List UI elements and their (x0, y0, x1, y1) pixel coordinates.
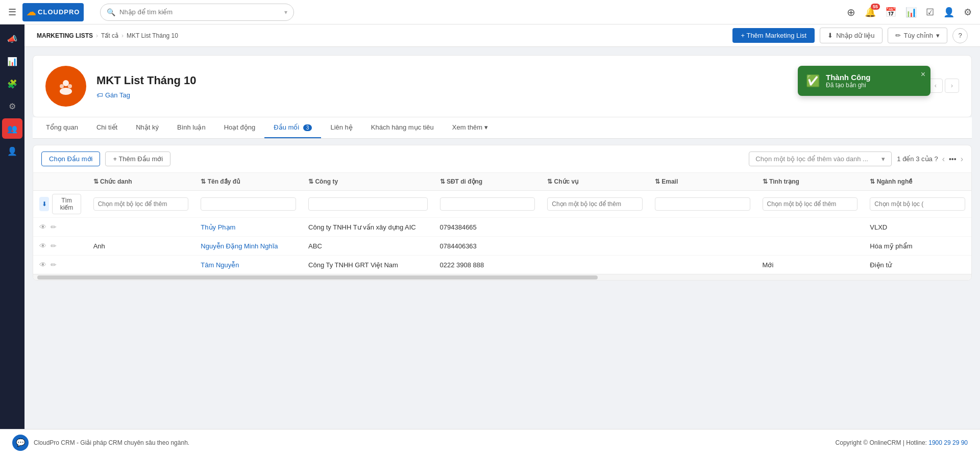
search-sdt-input[interactable] (440, 197, 535, 211)
row2-ten: Nguyễn Đặng Minh Nghĩa (194, 237, 302, 256)
notification-badge: 55 (871, 4, 880, 10)
row2-chuc-danh: Anh (87, 237, 195, 256)
search-email-input[interactable] (655, 197, 750, 211)
sidebar-item-megaphone[interactable]: 📣 (2, 29, 22, 49)
table-row: 👁 ✏ Tâm Nguyễn Công Ty TNHH GRT Việt Nam… (33, 256, 971, 274)
import-data-button[interactable]: ⬇ Nhập dữ liệu (820, 28, 882, 43)
view-icon-row2[interactable]: 👁 (39, 242, 46, 250)
tab-khach-hang[interactable]: Khách hàng mục tiêu (362, 117, 443, 138)
tab-nhat-ky[interactable]: Nhật ký (127, 117, 168, 138)
col-tinh-trang[interactable]: ⇅ Tình trạng (756, 173, 864, 191)
view-icon-row1[interactable]: 👁 (39, 223, 46, 231)
edit-icon-row3[interactable]: ✏ (51, 261, 57, 269)
search-chuc-vu-input[interactable] (547, 197, 643, 211)
search-sdt-cell (434, 191, 542, 218)
add-marketing-list-button[interactable]: + Thêm Marketing List (732, 28, 815, 43)
more-pages-button[interactable]: ••• (949, 155, 957, 163)
toast-title: Thành Công (826, 73, 870, 82)
tasks-icon[interactable]: ☑ (926, 7, 934, 18)
tab-hoat-dong[interactable]: Hoạt động (215, 117, 265, 138)
tag-label[interactable]: 🏷 Gán Tag (96, 91, 197, 99)
filter-dropdown[interactable]: Chọn một bộ lọc để thêm vào danh ... ▾ (749, 151, 892, 166)
breadcrumb-level1[interactable]: Tất cả (101, 32, 118, 39)
tab-tong-quan-label: Tổng quan (46, 123, 78, 131)
sidebar-item-cog[interactable]: ⚙ (2, 96, 22, 116)
dau-moi-badge: 3 (303, 124, 312, 131)
select-dau-moi-button[interactable]: Chọn Đầu mới (41, 151, 100, 166)
customize-button[interactable]: ✏ Tùy chỉnh ▾ (888, 28, 947, 43)
tab-binh-luan-label: Bình luận (177, 123, 206, 131)
col-chuc-vu[interactable]: ⇅ Chức vụ (541, 173, 649, 191)
hamburger-menu[interactable]: ☰ (8, 7, 16, 18)
tag-icon: 🏷 (96, 91, 103, 99)
search-chuc-danh-input[interactable] (93, 197, 189, 211)
search-cong-ty-input[interactable] (308, 197, 427, 211)
row3-ten: Tâm Nguyễn (194, 256, 302, 274)
col-email[interactable]: ⇅ Email (649, 173, 756, 191)
toast-subtitle: Đã tạo bản ghi (826, 82, 870, 89)
search-button[interactable]: Tìm kiếm (52, 194, 81, 214)
notification-icon[interactable]: 🔔 55 (865, 7, 876, 18)
row2-email (649, 237, 756, 256)
help-button[interactable]: ? (952, 28, 968, 43)
col-nganh-nghe[interactable]: ⇅ Ngành nghề (864, 173, 971, 191)
logo-image: ☁ CLOUDPRO (22, 3, 84, 21)
sidebar-item-person[interactable]: 👤 (2, 141, 22, 161)
col-chuc-danh[interactable]: ⇅ Chức danh (87, 173, 195, 191)
tab-hoat-dong-label: Hoạt động (224, 123, 256, 131)
prev-page-button[interactable]: ‹ (942, 155, 945, 164)
row2-ten-link[interactable]: Nguyễn Đặng Minh Nghĩa (201, 242, 278, 250)
search-ten-input[interactable] (201, 197, 296, 211)
row3-ten-link[interactable]: Tâm Nguyễn (201, 261, 239, 269)
filter-icon: ⬇ (42, 200, 47, 208)
search-bar[interactable]: 🔍 ▾ (100, 4, 294, 21)
calendar-icon[interactable]: 📅 (885, 7, 896, 18)
search-cell: ⬇ Tìm kiếm (39, 194, 81, 214)
row1-ten-link[interactable]: Thủy Phạm (201, 223, 235, 231)
sort-icon-email: ⇅ (655, 178, 662, 185)
row2-nganh-nghe: Hóa mỹ phẩm (864, 237, 971, 256)
chart-icon[interactable]: 📊 (905, 7, 917, 18)
tab-dau-moi[interactable]: Đầu mối 3 (264, 117, 321, 138)
success-toast: ✅ Thành Công Đã tạo bản ghi × (798, 66, 930, 96)
search-dropdown-arrow[interactable]: ▾ (284, 9, 287, 16)
tab-khach-hang-label: Khách hàng mục tiêu (371, 123, 434, 131)
breadcrumb-sep1: › (96, 32, 98, 39)
view-icon-row3[interactable]: 👁 (39, 261, 46, 269)
tab-chi-tiet[interactable]: Chi tiết (87, 117, 127, 138)
breadcrumb-root[interactable]: MARKETING LISTS (37, 32, 93, 39)
search-icon: 🔍 (107, 8, 115, 16)
sidebar-item-puzzle[interactable]: 🧩 (2, 73, 22, 94)
prev-arrow[interactable]: ‹ (928, 79, 943, 93)
search-tinh-trang-cell (756, 191, 864, 218)
tab-binh-luan[interactable]: Bình luận (168, 117, 215, 138)
search-tinh-trang-input[interactable] (763, 197, 858, 211)
sort-icon-sdt: ⇅ (440, 178, 447, 185)
col-ten-day-du[interactable]: ⇅ Tên đầy đủ (194, 173, 302, 191)
sidebar-item-chart[interactable]: 📊 (2, 51, 22, 71)
edit-icon-row1[interactable]: ✏ (51, 223, 57, 231)
col-cong-ty[interactable]: ⇅ Công ty (302, 173, 433, 191)
user-icon[interactable]: 👤 (943, 7, 954, 18)
toast-close-button[interactable]: × (921, 70, 925, 79)
next-page-button[interactable]: › (961, 155, 963, 164)
gear-icon[interactable]: ⚙ (964, 7, 972, 18)
toast-check-icon: ✅ (806, 74, 820, 88)
next-arrow[interactable]: › (945, 79, 959, 93)
sidebar-item-people[interactable]: 👥 (2, 118, 22, 139)
horizontal-scrollbar[interactable] (33, 274, 971, 280)
col-sdt[interactable]: ⇅ SĐT di động (434, 173, 542, 191)
row2-sdt: 0784406363 (434, 237, 542, 256)
add-dau-moi-button[interactable]: + Thêm Đầu mới (105, 151, 170, 166)
row3-chuc-danh (87, 256, 195, 274)
tab-xem-them[interactable]: Xem thêm ▾ (443, 117, 497, 138)
search-input[interactable] (119, 8, 280, 16)
add-icon[interactable]: ⊕ (847, 6, 855, 18)
tab-lien-he[interactable]: Liên hệ (321, 117, 361, 138)
tab-tong-quan[interactable]: Tổng quan (37, 117, 87, 138)
search-nganh-nghe-input[interactable] (870, 197, 965, 211)
search-filter-icon[interactable]: ⬇ (39, 197, 49, 211)
search-action-cell: ⬇ Tìm kiếm (33, 191, 87, 218)
edit-icon-row2[interactable]: ✏ (51, 242, 57, 250)
scroll-thumb[interactable] (37, 275, 598, 280)
